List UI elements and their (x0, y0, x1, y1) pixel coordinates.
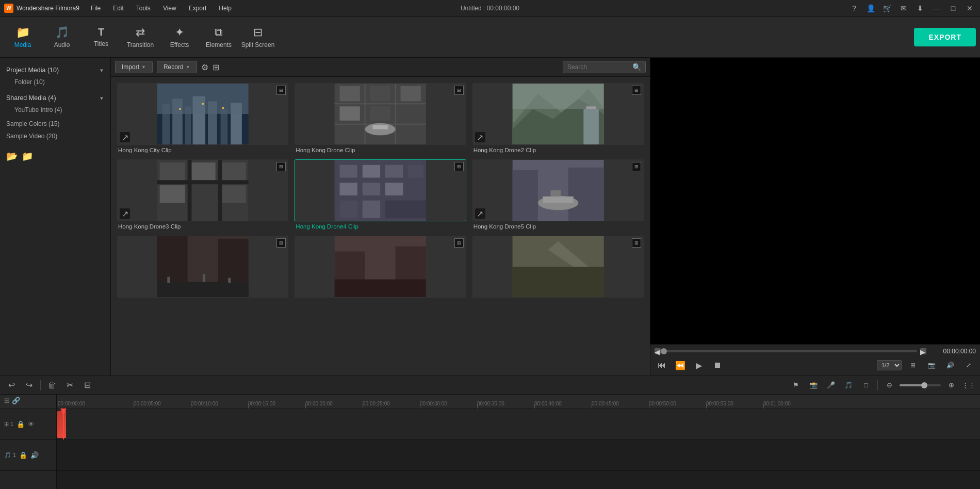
sidebar-section-project-media: Project Media (10) ▼ Folder (10) (0, 62, 110, 90)
tl-audio-icon[interactable]: 🎵 (841, 378, 856, 393)
menu-file[interactable]: File (89, 4, 103, 13)
ruler-mark-1: 00:00:05:00 (133, 395, 161, 409)
svg-rect-69 (228, 278, 231, 283)
preview-volume-icon[interactable]: 🔊 (943, 358, 957, 372)
svg-rect-52 (340, 201, 357, 218)
tool-split-screen[interactable]: ⊟ Split Screen (239, 19, 276, 55)
audio-track-lock[interactable]: 🔒 (19, 451, 27, 459)
tl-settings-icon[interactable]: ⋮⋮ (961, 378, 976, 393)
record-button[interactable]: Record ▼ (157, 61, 197, 73)
timeline-undo[interactable]: ↩ (4, 378, 19, 393)
tl-zoom-in-icon[interactable]: ⊕ (944, 378, 958, 393)
timeline-adjust[interactable]: ⊟ (80, 378, 94, 393)
sidebar-youtube-intro-item[interactable]: YouTube Intro (4) (0, 104, 110, 116)
track-link-icon[interactable]: 🔗 (12, 397, 20, 404)
media-thumb-1: ⊞ ↗ (117, 83, 288, 145)
preview-zoom-select[interactable]: 1/2 Full 1/4 (877, 360, 902, 370)
tool-elements[interactable]: ⧉ Elements (200, 19, 237, 55)
menu-view[interactable]: View (161, 4, 178, 13)
search-icon[interactable]: 🔍 (632, 63, 641, 71)
tl-camera-icon[interactable]: 📸 (806, 378, 821, 393)
ruler-mark-7: 00:00:35:00 (476, 395, 504, 409)
menu-help[interactable]: Help (217, 4, 234, 13)
sidebar-project-media-header[interactable]: Project Media (10) ▼ (0, 64, 110, 76)
media-item-6[interactable]: ⊞ ↗ Hong Kong Drone5 Clip (472, 159, 644, 230)
preview-snapshot-icon[interactable]: 📷 (924, 358, 939, 372)
zoom-slider-handle[interactable] (921, 382, 927, 388)
mail-icon-btn[interactable]: ✉ (897, 2, 910, 14)
tl-zoom-out-icon[interactable]: ⊖ (882, 378, 896, 393)
minimize-btn[interactable]: — (930, 2, 943, 14)
filter-icon[interactable]: ⚙ (201, 62, 208, 72)
tl-marker-icon[interactable]: ⚑ (789, 378, 803, 393)
maximize-btn[interactable]: □ (947, 2, 959, 14)
zoom-slider-track[interactable] (900, 384, 941, 386)
media-item-7[interactable]: ⊞ (117, 236, 288, 300)
thumb-add-4[interactable]: ↗ (120, 208, 130, 219)
preview-progress-bar[interactable] (664, 350, 917, 352)
account-icon-btn[interactable]: 👤 (864, 2, 877, 14)
download-icon-btn[interactable]: ⬇ (914, 2, 926, 14)
preview-fullscreen-icon[interactable]: ⤢ (961, 358, 976, 372)
sidebar-shared-media-header[interactable]: Shared Media (4) ▼ (0, 92, 110, 104)
video-track-lock[interactable]: 🔒 (17, 420, 25, 428)
sidebar-sample-colors[interactable]: Sample Colors (15) (0, 118, 110, 130)
tool-effects[interactable]: ✦ Effects (161, 19, 198, 55)
sidebar-sample-video[interactable]: Sample Video (20) (0, 130, 110, 142)
media-item-9[interactable]: ⊞ (472, 236, 644, 300)
close-btn[interactable]: ✕ (963, 2, 976, 14)
media-item-4[interactable]: ⊞ ↗ Hong Kong Drone3 Clip (117, 159, 288, 230)
timeline-cut[interactable]: ✂ (62, 378, 77, 393)
preview-step-back[interactable]: ⏪ (673, 358, 688, 372)
preview-go-start[interactable]: ⏮ (655, 358, 669, 372)
media-item-5[interactable]: ⊞ Hong Kong Drone4 Clip (295, 159, 466, 230)
new-folder-icon[interactable]: 📁 (22, 151, 33, 162)
video-track-eye[interactable]: 👁 (28, 420, 35, 428)
tl-caption-icon[interactable]: □ (859, 378, 873, 393)
video-track-lane[interactable] (57, 409, 980, 440)
menu-edit[interactable]: Edit (111, 4, 126, 13)
svg-rect-7 (221, 109, 228, 144)
tool-transition[interactable]: ⇄ Transition (122, 19, 159, 55)
menu-tools[interactable]: Tools (134, 4, 153, 13)
grid-view-icon[interactable]: ⊞ (213, 62, 219, 72)
search-input[interactable] (567, 63, 629, 71)
media-item-2[interactable]: ⊞ Hong Kong Drone Clip (295, 83, 466, 153)
svg-rect-23 (370, 106, 390, 121)
thumb-add-3[interactable]: ↗ (475, 132, 485, 142)
tool-media[interactable]: 📁 Media (4, 19, 41, 55)
svg-rect-37 (160, 185, 185, 203)
menu-export[interactable]: Export (187, 4, 209, 13)
tool-audio[interactable]: 🎵 Audio (43, 19, 80, 55)
add-folder-icon[interactable]: 📂 (6, 151, 18, 162)
media-thumb-4: ⊞ ↗ (117, 159, 288, 221)
purchase-icon-btn[interactable]: 🛒 (881, 2, 893, 14)
preview-prev-frame[interactable]: ◀ (655, 348, 661, 354)
import-button[interactable]: Import ▼ (115, 61, 153, 73)
audio-track-lane[interactable] (57, 440, 980, 471)
sidebar-folder-item[interactable]: Folder (10) (0, 76, 110, 88)
thumb-add-6[interactable]: ↗ (475, 208, 485, 219)
tool-titles[interactable]: T Titles (83, 19, 120, 55)
help-icon-btn[interactable]: ? (848, 2, 860, 14)
media-item-1[interactable]: ⊞ ↗ Hong Kong City Clip (117, 83, 288, 153)
preview-controls: ◀ ▶ 00:00:00:00 ⏮ ⏪ ▶ ⏹ 1/2 Full 1/4 (650, 344, 980, 376)
media-item-8[interactable]: ⊞ (295, 236, 466, 300)
timeline-redo[interactable]: ↪ (22, 378, 36, 393)
tl-mic-icon[interactable]: 🎤 (824, 378, 838, 393)
video-clip-start[interactable] (57, 411, 66, 438)
preview-play[interactable]: ▶ (692, 358, 706, 372)
audio-track-speaker[interactable]: 🔊 (30, 451, 39, 459)
preview-fit-icon[interactable]: ⊞ (906, 358, 920, 372)
svg-rect-48 (409, 165, 424, 178)
app-logo: W (4, 4, 13, 13)
export-button[interactable]: EXPORT (914, 28, 976, 46)
media-item-3[interactable]: ⊞ ↗ Hong Kong Drone2 Clip (472, 83, 644, 153)
timeline-delete[interactable]: 🗑 (45, 378, 59, 393)
preview-stop[interactable]: ⏹ (710, 358, 725, 372)
preview-progress-handle[interactable] (661, 348, 667, 354)
thumb-add-1[interactable]: ↗ (120, 132, 130, 142)
ruler-mark-9: 00:00:45:00 (591, 395, 619, 409)
preview-next-frame[interactable]: ▶ (920, 348, 926, 354)
track-add-video[interactable]: ⊞ (4, 397, 10, 404)
